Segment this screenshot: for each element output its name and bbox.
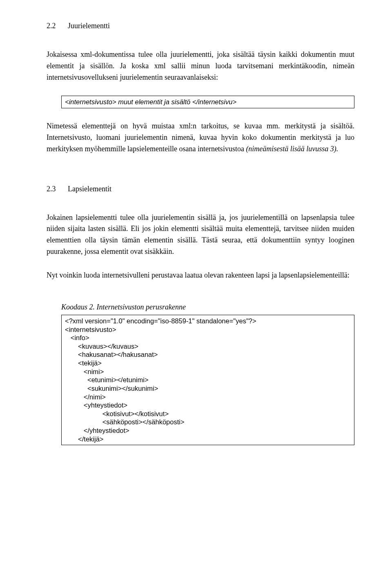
- heading-2-3: 2.3 Lapsielementit: [47, 184, 354, 195]
- code-box-1: <internetsivusto> muut elementit ja sisä…: [61, 96, 354, 108]
- heading-title: Juurielementti: [68, 20, 110, 32]
- para-s1-2: Nimetessä elementtejä on hyvä muistaa xm…: [47, 121, 354, 155]
- code-box-1-content: <internetsivusto> muut elementit ja sisä…: [65, 98, 236, 105]
- para-s1-1: Jokaisessa xml-dokumentissa tulee olla j…: [47, 49, 354, 83]
- para-s2-2: Nyt voinkin luoda internetsivulleni peru…: [47, 270, 354, 281]
- heading-number: 2.3: [47, 184, 68, 195]
- heading-title: Lapsielementit: [68, 184, 111, 195]
- para-s1-2b: (nimeämisestä lisää luvussa 3).: [246, 145, 338, 153]
- heading-number: 2.2: [47, 20, 68, 32]
- spacer: [47, 167, 354, 184]
- heading-2-2: 2.2 Juurielementti: [47, 20, 354, 32]
- code-box-2: <?xml version="1.0" encoding="iso-8859-1…: [61, 315, 354, 445]
- para-s2-1: Jokainen lapsielementti tulee olla juuri…: [47, 212, 354, 258]
- document-page: 2.2 Juurielementti Jokaisessa xml-dokume…: [0, 0, 392, 587]
- code-caption: Koodaus 2. Internetsivuston perusrakenne: [61, 302, 354, 313]
- spacer: [47, 294, 354, 302]
- code-box-2-content: <?xml version="1.0" encoding="iso-8859-1…: [65, 317, 351, 443]
